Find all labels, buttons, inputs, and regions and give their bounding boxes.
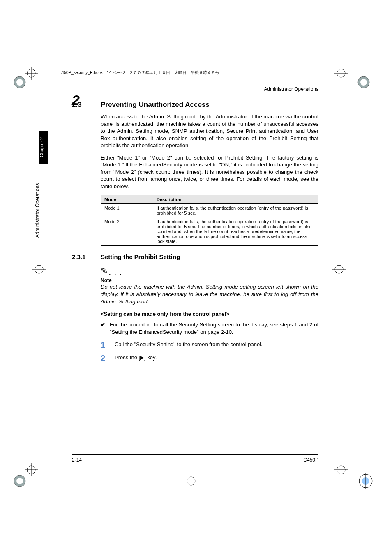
table-row: Mode 1 If authentication fails, the auth… [101, 204, 318, 217]
crop-mark-bottom-left [12, 458, 40, 493]
panel-only-label: <Setting can be made only from the contr… [101, 311, 318, 317]
crop-mark-bottom-center [181, 471, 201, 493]
chapter-tab-label: Chapter 2 [39, 137, 44, 157]
head-rule [72, 95, 318, 95]
crop-mark-top-left [12, 62, 40, 92]
note-icon: ✎ [101, 266, 108, 277]
crop-mark-mid-left [29, 259, 49, 281]
prerequisite-line: ✔ For the procedure to call the Security… [101, 321, 318, 335]
page-content: Administrator Operations 2 2.3 Preventin… [72, 86, 318, 366]
step-text: Press the [▶] key. [115, 354, 157, 361]
side-running-text: Administrator Operations [39, 171, 48, 253]
step-item: 1 Call the "Security Setting" to the scr… [101, 340, 318, 349]
note-body: Do not leave the machine with the Admin.… [101, 283, 318, 305]
section-number: 2.3 [72, 101, 82, 109]
svg-point-1 [16, 79, 23, 86]
header-rule [51, 68, 357, 69]
table-cell-desc: If authentication fails, the authenticat… [153, 204, 318, 217]
table-header-mode: Mode [101, 195, 153, 204]
note-label: Note [101, 278, 318, 283]
subsection-heading: 2.3.1 Setting the Prohibit Setting [101, 253, 318, 260]
table-cell-desc: If authentication fails, the authenticat… [153, 217, 318, 246]
crop-mark-mid-right [329, 259, 349, 281]
check-mark-icon: ✔ [101, 321, 105, 328]
body-paragraph: When access to the Admin. Setting mode b… [101, 113, 318, 149]
note-dots-icon: . . . [109, 269, 122, 277]
table-header-description: Description [153, 195, 318, 204]
crop-mark-bottom-right [329, 458, 378, 493]
crop-mark-top-right [329, 62, 374, 92]
header-file-label: c450P_security_E.book 14 ページ ２００７年４月１０日 … [60, 70, 219, 76]
mode-table: Mode Description Mode 1 If authenticatio… [101, 195, 318, 246]
section-heading: 2.3 Preventing Unauthorized Access [101, 101, 318, 109]
subsection-number: 2.3.1 [72, 253, 85, 260]
body-paragraph: Either "Mode 1" or "Mode 2" can be selec… [101, 154, 318, 190]
step-text: Call the "Security Setting" to the scree… [115, 341, 263, 347]
table-row: Mode 2 If authentication fails, the auth… [101, 217, 318, 246]
note-block: ✎. . . Note Do not leave the machine wit… [101, 266, 318, 305]
step-item: 2 Press the [▶] key. [101, 354, 318, 362]
chapter-tab: Chapter 2 [39, 131, 48, 164]
footer-rule [72, 454, 318, 455]
table-cell-mode: Mode 1 [101, 204, 153, 217]
section-title: Preventing Unauthorized Access [101, 101, 210, 109]
subsection-title: Setting the Prohibit Setting [101, 253, 180, 260]
svg-point-9 [360, 79, 367, 86]
running-head: Administrator Operations [72, 86, 318, 92]
prerequisite-text: For the procedure to call the Security S… [110, 321, 318, 335]
step-number: 2 [101, 352, 105, 364]
step-number: 1 [101, 339, 105, 351]
footer-model: C450P [72, 457, 318, 463]
svg-point-23 [16, 478, 23, 484]
table-cell-mode: Mode 2 [101, 217, 153, 246]
